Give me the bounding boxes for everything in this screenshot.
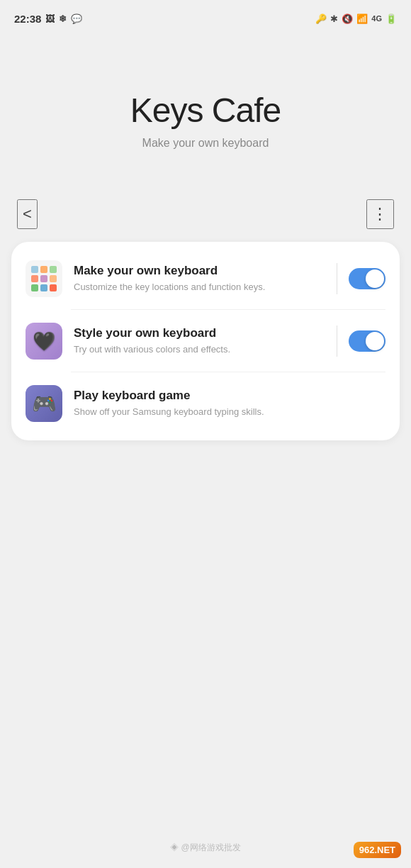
status-right: 🔑 ✱ 🔇 📶 4G 🔋 (315, 13, 397, 24)
toggle-knob (366, 332, 384, 350)
status-icon-bluetooth: ✱ (330, 13, 338, 24)
status-icon-4g: 4G (371, 14, 382, 23)
status-bar: 22:38 🖼 ❄ 💬 🔑 ✱ 🔇 📶 4G 🔋 (0, 0, 411, 34)
style-keyboard-toggle[interactable] (349, 330, 385, 352)
style-keyboard-desc: Try out with various colors and effects. (74, 343, 300, 356)
status-left: 22:38 🖼 ❄ 💬 (14, 13, 82, 25)
make-keyboard-text: Make your own keyboard Customize the key… (74, 264, 328, 294)
back-button[interactable]: < (17, 199, 38, 229)
make-keyboard-toggle-area (337, 263, 385, 294)
make-keyboard-title: Make your own keyboard (74, 264, 328, 278)
status-icon-wechat: 💬 (71, 13, 82, 24)
style-keyboard-text: Style your own keyboard Try out with var… (74, 326, 328, 356)
more-options-button[interactable]: ⋮ (366, 199, 394, 229)
style-keyboard-toggle-area (337, 326, 385, 357)
status-icon-wifi: 📶 (356, 13, 368, 24)
play-game-icon: 🎮 (26, 385, 62, 422)
app-subtitle: Make your own keyboard (142, 137, 269, 150)
status-icon-image: 🖼 (45, 13, 55, 24)
app-title: Keys Cafe (130, 91, 281, 130)
status-icon-mute: 🔇 (342, 13, 353, 24)
toggle-knob (366, 269, 384, 288)
nav-bar: < ⋮ (0, 192, 411, 236)
toggle-divider (337, 326, 337, 357)
play-game-desc: Show off your Samsung keyboard typing sk… (74, 406, 300, 418)
status-icon-snow: ❄ (59, 13, 67, 24)
status-icon-battery: 🔋 (385, 13, 397, 24)
play-game-title: Play keyboard game (74, 389, 385, 403)
style-keyboard-icon: 🖤 (26, 323, 62, 360)
play-game-text: Play keyboard game Show off your Samsung… (74, 389, 385, 418)
watermark: ◈ @网络游戏批发 (170, 842, 241, 854)
make-keyboard-toggle[interactable] (349, 268, 385, 289)
settings-card: Make your own keyboard Customize the key… (11, 242, 400, 440)
list-item[interactable]: Make your own keyboard Customize the key… (11, 247, 400, 310)
status-time: 22:38 (14, 13, 41, 25)
list-item[interactable]: 🎮 Play keyboard game Show off your Samsu… (11, 372, 400, 435)
brand-badge: 962.NET (354, 842, 401, 858)
list-item[interactable]: 🖤 Style your own keyboard Try out with v… (11, 310, 400, 372)
toggle-divider (337, 263, 337, 294)
header-section: Keys Cafe Make your own keyboard (0, 34, 411, 192)
make-keyboard-desc: Customize the key locations and function… (74, 281, 300, 294)
status-icon-key: 🔑 (315, 13, 327, 24)
style-keyboard-title: Style your own keyboard (74, 326, 328, 340)
make-keyboard-icon (26, 260, 62, 297)
